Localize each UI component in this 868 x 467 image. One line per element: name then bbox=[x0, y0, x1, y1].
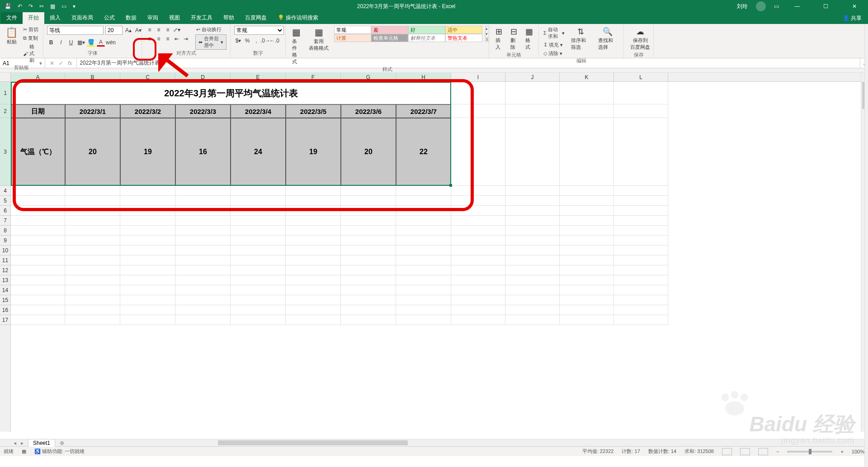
cell[interactable] bbox=[231, 236, 286, 245]
cell[interactable] bbox=[341, 196, 396, 206]
cell[interactable] bbox=[231, 305, 286, 315]
percent-icon[interactable]: % bbox=[243, 37, 251, 45]
tab-help[interactable]: 帮助 bbox=[218, 12, 240, 24]
cell[interactable] bbox=[560, 206, 614, 216]
table-header-date[interactable]: 2022/3/7 bbox=[396, 104, 451, 118]
cell[interactable] bbox=[120, 245, 175, 255]
cut-icon[interactable]: ✂ bbox=[39, 3, 44, 9]
tab-dev[interactable]: 开发工具 bbox=[185, 12, 218, 24]
cell[interactable] bbox=[560, 265, 614, 275]
cell[interactable] bbox=[396, 295, 451, 305]
save-icon[interactable]: 💾 bbox=[5, 3, 11, 9]
cell[interactable] bbox=[396, 275, 451, 285]
sheet-tab[interactable]: Sheet1 bbox=[28, 439, 55, 447]
row-header-17[interactable]: 17 bbox=[0, 315, 10, 325]
cell[interactable] bbox=[120, 255, 175, 265]
row-header-13[interactable]: 13 bbox=[0, 275, 10, 285]
undo-icon[interactable]: ↶ bbox=[18, 3, 22, 9]
cell[interactable] bbox=[175, 275, 231, 285]
border-button[interactable]: ▦▾ bbox=[77, 38, 85, 47]
cell[interactable] bbox=[560, 216, 614, 226]
cell[interactable] bbox=[396, 285, 451, 295]
cell[interactable] bbox=[286, 315, 341, 325]
cell[interactable] bbox=[11, 285, 65, 295]
increase-decimal-icon[interactable]: .0→ bbox=[261, 37, 269, 45]
cell[interactable] bbox=[231, 315, 286, 325]
cell[interactable] bbox=[11, 196, 65, 206]
cell[interactable] bbox=[65, 275, 120, 285]
row-header-4[interactable]: 4 bbox=[0, 186, 10, 196]
close-button[interactable]: ✕ bbox=[844, 3, 864, 9]
cell[interactable] bbox=[341, 305, 396, 315]
cell[interactable] bbox=[341, 315, 396, 325]
cell[interactable] bbox=[286, 255, 341, 265]
increase-font-icon[interactable]: A▴ bbox=[124, 26, 132, 34]
cell[interactable] bbox=[451, 265, 505, 275]
cut-button[interactable]: ✂剪切 bbox=[22, 26, 39, 33]
cell[interactable] bbox=[175, 295, 231, 305]
cell[interactable] bbox=[614, 295, 668, 305]
cell[interactable] bbox=[120, 265, 175, 275]
cell[interactable] bbox=[120, 315, 175, 325]
cell[interactable] bbox=[231, 186, 286, 196]
cell[interactable] bbox=[396, 265, 451, 275]
cell[interactable] bbox=[286, 295, 341, 305]
table-value-cell[interactable]: 19 bbox=[120, 118, 175, 186]
cell[interactable] bbox=[560, 285, 614, 295]
cell[interactable] bbox=[175, 265, 231, 275]
qat-more-icon[interactable]: ▾ bbox=[73, 3, 75, 9]
cell[interactable] bbox=[505, 206, 560, 216]
cell[interactable] bbox=[451, 118, 505, 186]
cell[interactable] bbox=[505, 255, 560, 265]
col-header-I[interactable]: I bbox=[451, 73, 505, 81]
cell[interactable] bbox=[175, 236, 231, 245]
minimize-button[interactable]: — bbox=[787, 3, 807, 9]
col-header-K[interactable]: K bbox=[560, 73, 614, 81]
align-bottom-icon[interactable]: ≡ bbox=[164, 26, 172, 34]
cell[interactable] bbox=[11, 295, 65, 305]
currency-icon[interactable]: $▾ bbox=[234, 37, 242, 45]
cell[interactable] bbox=[11, 245, 65, 255]
tab-home[interactable]: 开始 bbox=[23, 12, 44, 24]
table-header-date[interactable]: 2022/3/1 bbox=[65, 104, 120, 118]
table-value-cell[interactable]: 24 bbox=[231, 118, 286, 186]
cell[interactable] bbox=[231, 206, 286, 216]
cell[interactable] bbox=[175, 196, 231, 206]
row-header-12[interactable]: 12 bbox=[0, 265, 10, 275]
format-cells-button[interactable]: ▦格式 bbox=[523, 26, 536, 52]
row-header-15[interactable]: 15 bbox=[0, 295, 10, 305]
cell[interactable] bbox=[505, 196, 560, 206]
cell[interactable] bbox=[175, 245, 231, 255]
tab-formulas[interactable]: 公式 bbox=[99, 12, 120, 24]
cell[interactable] bbox=[65, 285, 120, 295]
cell[interactable] bbox=[451, 226, 505, 236]
cell[interactable] bbox=[175, 285, 231, 295]
cell[interactable] bbox=[560, 275, 614, 285]
number-format-select[interactable]: 常规 bbox=[234, 26, 284, 35]
gallery-more-icon[interactable]: ⊻ bbox=[486, 37, 489, 42]
zoom-level[interactable]: 100% bbox=[852, 449, 864, 454]
cell[interactable] bbox=[341, 285, 396, 295]
cell[interactable] bbox=[341, 226, 396, 236]
status-accessibility[interactable]: ♿ 辅助功能: 一切就绪 bbox=[34, 448, 85, 455]
cell[interactable] bbox=[451, 285, 505, 295]
cell[interactable] bbox=[65, 186, 120, 196]
col-header-G[interactable]: G bbox=[341, 73, 396, 81]
row-header-14[interactable]: 14 bbox=[0, 285, 10, 295]
user-name[interactable]: 刘玲 bbox=[737, 3, 748, 10]
col-header-C[interactable]: C bbox=[120, 73, 175, 81]
table-header-rowlabel[interactable]: 日期 bbox=[11, 104, 65, 118]
col-header-H[interactable]: H bbox=[396, 73, 451, 81]
enter-formula-icon[interactable]: ✓ bbox=[59, 60, 63, 66]
row-header-5[interactable]: 5 bbox=[0, 196, 10, 206]
cell[interactable] bbox=[614, 315, 668, 325]
cell[interactable] bbox=[286, 245, 341, 255]
insert-cells-button[interactable]: ⊞插入 bbox=[493, 26, 505, 52]
row-header-6[interactable]: 6 bbox=[0, 206, 10, 216]
cell[interactable] bbox=[11, 275, 65, 285]
row-header-1[interactable]: 1 bbox=[0, 82, 10, 104]
copy-button[interactable]: ⧉复制 bbox=[22, 34, 39, 42]
cell[interactable] bbox=[231, 226, 286, 236]
table-value-cell[interactable]: 20 bbox=[65, 118, 120, 186]
zoom-out-icon[interactable]: − bbox=[776, 449, 779, 454]
